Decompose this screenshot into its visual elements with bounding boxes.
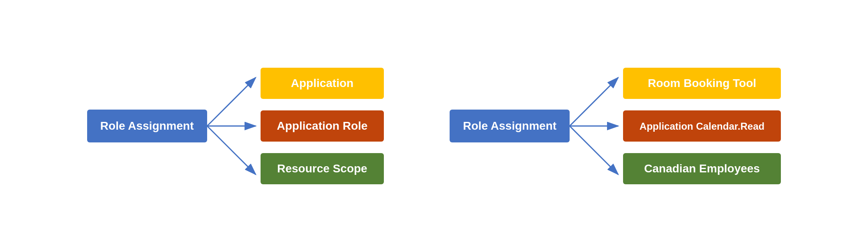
- target-box-room-booking: Room Booking Tool: [623, 68, 781, 99]
- svg-line-5: [570, 78, 618, 126]
- diagrams-container: Role Assignment Application Applicat: [0, 0, 868, 252]
- target-label-calendar-read: Application Calendar.Read: [639, 121, 764, 132]
- svg-line-1: [207, 78, 256, 126]
- target-box-canadian-employees: Canadian Employees: [623, 153, 781, 184]
- target-label-canadian-employees: Canadian Employees: [644, 162, 760, 175]
- target-box-application: Application: [261, 68, 384, 99]
- target-box-application-role: Application Role: [261, 110, 384, 142]
- target-boxes-2: Room Booking Tool Application Calendar.R…: [623, 68, 781, 184]
- diagram-2: Role Assignment Room Booking Tool Applic…: [450, 52, 781, 200]
- target-label-resource-scope: Resource Scope: [277, 162, 367, 175]
- svg-line-3: [207, 126, 256, 174]
- arrows-svg-2: [570, 52, 623, 200]
- target-box-resource-scope: Resource Scope: [261, 153, 384, 184]
- source-box-1: Role Assignment: [87, 110, 207, 142]
- target-label-room-booking: Room Booking Tool: [648, 77, 756, 89]
- target-box-calendar-read: Application Calendar.Read: [623, 110, 781, 142]
- target-label-application-role: Application Role: [277, 119, 368, 132]
- source-label-1: Role Assignment: [100, 119, 194, 132]
- target-label-application: Application: [291, 77, 353, 89]
- arrows-svg-1: [207, 52, 261, 200]
- source-label-2: Role Assignment: [463, 119, 556, 132]
- target-boxes-1: Application Application Role Resource Sc…: [261, 68, 384, 184]
- svg-line-7: [570, 126, 618, 174]
- source-box-2: Role Assignment: [450, 110, 570, 142]
- diagram-1: Role Assignment Application Applicat: [87, 52, 384, 200]
